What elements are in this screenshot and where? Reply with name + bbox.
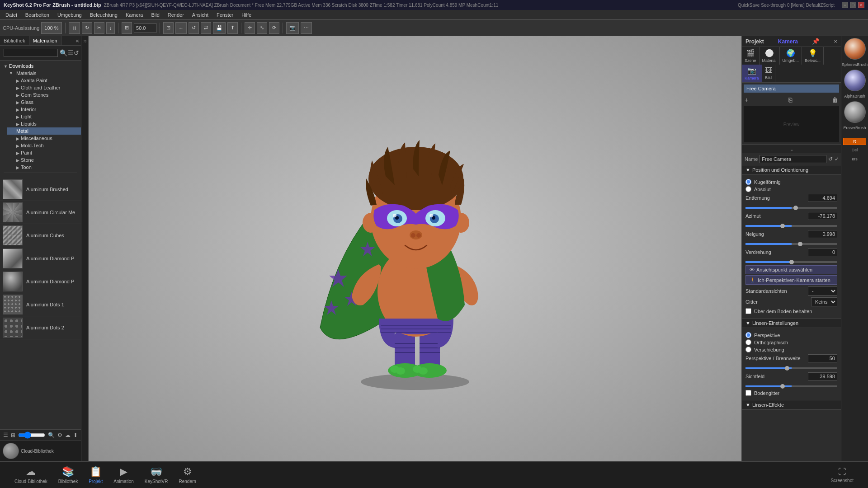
verdrehung-value[interactable]	[808, 248, 837, 256]
tree-axalta[interactable]: Axalta Paint	[7, 77, 81, 84]
menu-fenster[interactable]: Fenster	[213, 11, 237, 19]
refresh-icon[interactable]: ↺	[74, 49, 79, 56]
cam-name-apply[interactable]: ✓	[835, 156, 839, 162]
neigung-value[interactable]	[808, 230, 837, 238]
import-mat[interactable]: ⬆	[73, 432, 78, 438]
menu-beleuchtung[interactable]: Beleuchtung	[86, 11, 121, 19]
panel-close-right-btn[interactable]: ×	[834, 38, 837, 45]
tree-toon[interactable]: Toon	[7, 164, 81, 171]
thumb-size-slider[interactable]	[18, 432, 45, 439]
radio-verschiebung-input[interactable]	[745, 347, 751, 352]
tab-szene[interactable]: 🎬 Szene	[742, 47, 760, 65]
tree-materials[interactable]: Materials	[4, 70, 81, 77]
search-icon[interactable]: 🔍	[60, 49, 67, 56]
linsen-section-header[interactable]: ▼ Linsen-Einstellungen	[742, 318, 841, 328]
save-btn[interactable]: 💾	[213, 22, 226, 34]
cpu-value-btn[interactable]: 100 %	[41, 22, 61, 34]
btn-rendern[interactable]: ⚙ Rendern	[173, 464, 201, 486]
radio-absolut-input[interactable]	[745, 186, 751, 192]
menu-datei[interactable]: Datei	[2, 11, 21, 19]
bodengitter-checkbox[interactable]	[745, 390, 751, 396]
linsen-effekte-section-header[interactable]: ▼ Linsen-Effekte	[742, 400, 841, 410]
radio-kugelformig-input[interactable]	[745, 179, 751, 185]
sphere-1[interactable]	[844, 38, 866, 60]
rotate2-btn[interactable]: ⟳	[269, 22, 279, 34]
azimut-slider[interactable]	[745, 225, 837, 227]
menu-ansicht[interactable]: Ansicht	[189, 11, 212, 19]
btn-bibliothek[interactable]: 📚 Bibliothek	[53, 464, 83, 486]
import-btn[interactable]: ⬆	[227, 22, 238, 34]
tree-metal[interactable]: Metal	[7, 127, 81, 135]
menu-kamera[interactable]: Kamera	[122, 11, 147, 19]
neigung-slider[interactable]	[745, 243, 837, 245]
cam-copy-btn[interactable]: ⎘	[788, 96, 792, 103]
tree-liquids[interactable]: Liquids	[7, 120, 81, 127]
radio-orthographisch-input[interactable]	[745, 339, 751, 345]
tree-downloads[interactable]: Downloads	[0, 62, 81, 70]
scale-btn[interactable]: ⤡	[257, 22, 267, 34]
btn-cloud[interactable]: ☁ Cloud-Bibliothek	[9, 464, 53, 486]
edit-btn[interactable]: ✂	[94, 22, 104, 34]
tab-material[interactable]: ⚪ Material	[760, 47, 780, 65]
sichtfeld-slider[interactable]	[745, 385, 837, 387]
viewport[interactable]	[89, 36, 741, 461]
render-btn[interactable]: ↻	[82, 22, 92, 34]
cloud-mat[interactable]: ☁	[65, 432, 71, 438]
snap-btn[interactable]: 📷	[286, 22, 299, 34]
position-section-header[interactable]: ▼ Position und Orientierung	[742, 165, 841, 175]
minimize-button[interactable]: −	[842, 2, 848, 8]
tree-light[interactable]: Light	[7, 113, 81, 120]
tab-kamera[interactable]: 📷 Kamera	[742, 65, 762, 82]
mat-item-3[interactable]: Aluminum Diamond P	[0, 247, 81, 270]
verdrehung-slider[interactable]	[745, 261, 837, 263]
camera-name-input[interactable]	[760, 155, 826, 163]
settings-mat[interactable]: ⚙	[57, 432, 62, 438]
cam-del-btn[interactable]: 🗑	[832, 96, 838, 103]
ich-perspektive-btn[interactable]: 🚶 Ich-Perspektiven-Kamera starten	[745, 275, 837, 285]
down-btn[interactable]: ↓	[106, 22, 115, 34]
tree-mold[interactable]: Mold-Tech	[7, 142, 81, 149]
tree-misc[interactable]: Miscellaneous	[7, 135, 81, 142]
mat-item-5[interactable]: Aluminum Dots 1	[0, 293, 81, 316]
btn-projekt[interactable]: 📋 Projekt	[83, 464, 108, 486]
mirror-btn[interactable]: ⇄	[201, 22, 211, 34]
cam-name-refresh[interactable]: ↺	[828, 156, 833, 162]
menu-render[interactable]: Render	[164, 11, 188, 19]
orange-action-btn[interactable]: R	[843, 138, 866, 145]
mat-item-6[interactable]: Aluminum Dots 2	[0, 316, 81, 339]
tree-paint[interactable]: Paint	[7, 149, 81, 156]
tab-umgebung[interactable]: 🌍 Umgeb...	[780, 47, 802, 65]
pause-button[interactable]: ⏸	[69, 22, 80, 34]
standardansichten-select[interactable]: - Vorne Hinten Links Rechts Oben Unten	[808, 286, 837, 296]
menu-bearbeiten[interactable]: Bearbeiten	[22, 11, 53, 19]
mat-item-4[interactable]: Aluminum Diamond P	[0, 270, 81, 293]
btn-screenshot[interactable]: ⛶ Screenshot	[825, 465, 859, 485]
rotate-btn[interactable]: ↺	[189, 22, 199, 34]
misc-btn[interactable]: ⋯	[301, 22, 312, 34]
tab-materialien[interactable]: Materialien	[29, 36, 61, 45]
zoom-input[interactable]	[134, 23, 156, 33]
sphere-2[interactable]	[844, 70, 866, 91]
arrow-btn[interactable]: ←	[175, 22, 187, 34]
move-btn[interactable]: ✛	[245, 22, 255, 34]
mat-item-1[interactable]: Aluminum Circular Me	[0, 201, 81, 224]
camera-item-0[interactable]: Free Camera	[744, 84, 839, 93]
brennweite-slider[interactable]	[745, 367, 837, 369]
azimut-value[interactable]	[808, 212, 837, 220]
gitter-select[interactable]: Keins Klein Mittel Groß	[811, 297, 837, 306]
mode-btn[interactable]: ⊡	[163, 22, 174, 34]
tab-bild[interactable]: 🖼 Bild	[762, 65, 775, 82]
tree-glass[interactable]: Glass	[7, 99, 81, 106]
grid-btn[interactable]: ⊞	[122, 22, 132, 34]
mat-item-0[interactable]: Aluminum Brushed	[0, 178, 81, 201]
tab-bibliothek[interactable]: Bibliothek	[0, 36, 29, 45]
panel-lock-btn[interactable]: 📌	[812, 38, 820, 45]
entfernung-slider[interactable]	[745, 207, 837, 209]
search-input[interactable]	[4, 49, 58, 57]
sichtfeld-value[interactable]	[808, 372, 837, 380]
menu-umgebung[interactable]: Umgebung	[54, 11, 85, 19]
radio-perspektive-input[interactable]	[745, 332, 751, 338]
cam-add-btn[interactable]: +	[745, 96, 748, 103]
zoom-in-mat[interactable]: 🔍	[48, 432, 55, 438]
sphere-3[interactable]	[844, 101, 866, 123]
